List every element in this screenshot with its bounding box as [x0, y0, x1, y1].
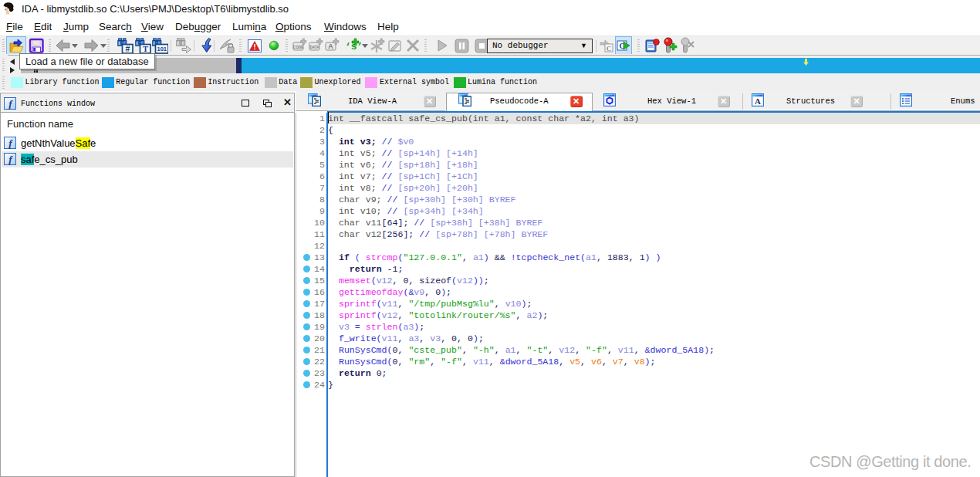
- svg-text:T: T: [143, 45, 148, 53]
- svg-text:CODE: CODE: [293, 46, 303, 49]
- svg-text:101: 101: [157, 46, 167, 52]
- svg-text:DATA: DATA: [309, 46, 319, 49]
- svg-text:A: A: [755, 96, 761, 106]
- svg-text:C: C: [607, 45, 612, 52]
- svg-text:#: #: [125, 44, 130, 53]
- svg-text:A: A: [328, 42, 333, 50]
